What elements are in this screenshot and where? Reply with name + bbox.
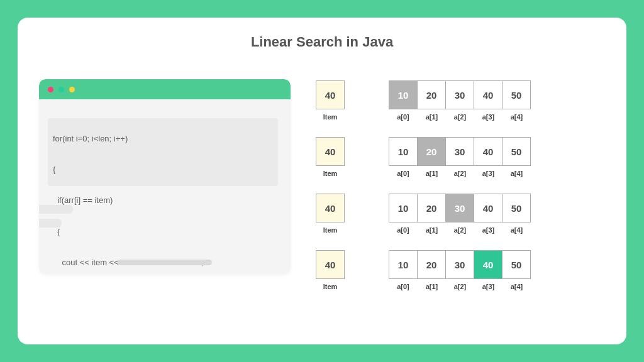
array-row: 10a[0]20a[1]30a[2]40a[3]50a[4] xyxy=(389,250,531,290)
cell-index-label: a[1] xyxy=(426,226,438,234)
window-titlebar xyxy=(39,79,291,99)
page-title: Linear Search in Java xyxy=(39,34,605,50)
search-item: 40Item xyxy=(316,80,345,121)
cell-value: 20 xyxy=(417,80,446,109)
minimize-icon xyxy=(58,87,64,92)
cell-index-label: a[3] xyxy=(482,113,495,121)
array-cell: 10a[0] xyxy=(389,137,418,177)
item-label: Item xyxy=(323,226,338,234)
array-cell: 40a[3] xyxy=(474,250,502,290)
code-line: { xyxy=(53,224,277,240)
cell-index-label: a[4] xyxy=(511,113,523,121)
cell-value: 30 xyxy=(445,194,474,222)
cell-index-label: a[2] xyxy=(454,170,467,177)
cell-value: 20 xyxy=(417,194,446,222)
cell-index-label: a[1] xyxy=(426,113,438,121)
cell-index-label: a[0] xyxy=(397,170,409,177)
cell-index-label: a[1] xyxy=(426,283,438,290)
cell-value: 10 xyxy=(389,194,418,222)
horizontal-scrollbar[interactable] xyxy=(118,260,212,265)
item-value-box: 40 xyxy=(316,250,345,279)
cell-index-label: a[1] xyxy=(426,170,438,177)
cell-index-label: a[0] xyxy=(397,113,409,121)
cell-value: 40 xyxy=(474,80,502,109)
cell-value: 10 xyxy=(389,137,418,166)
array-cell: 50a[4] xyxy=(502,250,531,290)
code-line: if(arr[i] == item) xyxy=(53,193,277,209)
array-cell: 20a[1] xyxy=(418,250,446,290)
item-value-box: 40 xyxy=(316,194,345,222)
close-icon xyxy=(48,87,53,92)
item-label: Item xyxy=(323,113,338,121)
array-cell: 30a[2] xyxy=(446,137,474,177)
search-step-row: 40Item10a[0]20a[1]30a[2]40a[3]50a[4] xyxy=(316,194,605,234)
cell-value: 40 xyxy=(474,194,502,222)
cell-value: 40 xyxy=(474,137,502,166)
cell-index-label: a[2] xyxy=(454,113,467,121)
cell-index-label: a[0] xyxy=(397,226,409,234)
code-line: { xyxy=(53,162,277,178)
array-cell: 40a[3] xyxy=(474,137,502,177)
search-step-row: 40Item10a[0]20a[1]30a[2]40a[3]50a[4] xyxy=(316,137,605,177)
array-cell: 10a[0] xyxy=(389,80,418,121)
cell-index-label: a[4] xyxy=(511,170,523,177)
search-item: 40Item xyxy=(316,137,345,177)
search-item: 40Item xyxy=(316,250,345,290)
array-cell: 20a[1] xyxy=(418,80,446,121)
search-step-row: 40Item10a[0]20a[1]30a[2]40a[3]50a[4] xyxy=(316,80,605,121)
code-window: for(int i=0; i<len; i++) { if(arr[i] == … xyxy=(39,79,291,274)
cell-index-label: a[3] xyxy=(482,226,495,234)
item-value-box: 40 xyxy=(316,80,345,109)
array-cell: 30a[2] xyxy=(446,194,474,234)
cell-value: 30 xyxy=(445,250,474,279)
cell-index-label: a[2] xyxy=(454,226,467,234)
array-row: 10a[0]20a[1]30a[2]40a[3]50a[4] xyxy=(389,194,531,234)
title-prefix: Linear Search in xyxy=(251,34,362,50)
cell-value: 50 xyxy=(502,137,531,166)
cell-index-label: a[3] xyxy=(482,170,495,177)
cell-index-label: a[4] xyxy=(511,283,523,290)
item-label: Item xyxy=(323,170,338,177)
array-cell: 10a[0] xyxy=(389,250,418,290)
code-line: for(int i=0; i<len; i++) xyxy=(53,131,277,147)
array-cell: 50a[4] xyxy=(502,80,531,121)
array-cell: 50a[4] xyxy=(502,137,531,177)
search-step-row: 40Item10a[0]20a[1]30a[2]40a[3]50a[4] xyxy=(316,250,605,290)
array-cell: 40a[3] xyxy=(474,194,502,234)
array-cell: 30a[2] xyxy=(446,80,474,121)
cell-index-label: a[3] xyxy=(482,283,495,290)
array-row: 10a[0]20a[1]30a[2]40a[3]50a[4] xyxy=(389,80,531,121)
array-cell: 10a[0] xyxy=(389,194,418,234)
title-lang: Java xyxy=(362,34,393,50)
cell-value: 40 xyxy=(474,250,502,279)
item-value-box: 40 xyxy=(316,137,345,166)
cell-index-label: a[0] xyxy=(397,283,409,290)
array-row: 10a[0]20a[1]30a[2]40a[3]50a[4] xyxy=(389,137,531,177)
maximize-icon xyxy=(69,87,75,92)
cell-value: 50 xyxy=(502,80,531,109)
cell-value: 20 xyxy=(417,250,446,279)
cell-index-label: a[2] xyxy=(454,283,467,290)
cell-value: 20 xyxy=(417,137,446,166)
array-cell: 30a[2] xyxy=(446,250,474,290)
item-label: Item xyxy=(323,283,338,290)
cell-value: 30 xyxy=(445,137,474,166)
array-cell: 40a[3] xyxy=(474,80,502,121)
array-cell: 50a[4] xyxy=(502,194,531,234)
search-item: 40Item xyxy=(316,194,345,234)
cell-value: 50 xyxy=(502,250,531,279)
array-cell: 20a[1] xyxy=(418,137,446,177)
cell-value: 50 xyxy=(502,194,531,222)
array-cell: 20a[1] xyxy=(418,194,446,234)
cell-index-label: a[4] xyxy=(511,226,523,234)
cell-value: 30 xyxy=(445,80,474,109)
cell-value: 10 xyxy=(389,250,418,279)
cell-value: 10 xyxy=(389,80,418,109)
